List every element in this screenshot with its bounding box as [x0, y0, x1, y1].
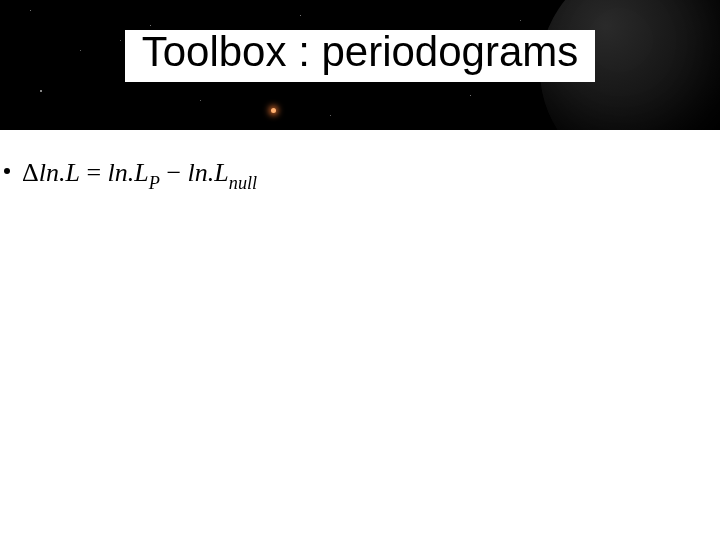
- minus-symbol: −: [160, 158, 188, 187]
- star-icon: [520, 20, 521, 21]
- ln-text: ln.: [188, 158, 215, 187]
- L-var: L: [134, 158, 148, 187]
- delta-symbol: Δ: [22, 158, 39, 187]
- star-icon: [200, 100, 201, 101]
- slide-title: Toolbox : periodograms: [0, 28, 720, 76]
- subscript-null: null: [229, 173, 257, 193]
- subscript-P: P: [149, 173, 160, 193]
- formula-text: Δln.L = ln.LP − ln.Lnull: [22, 158, 257, 192]
- star-icon: [40, 90, 42, 92]
- star-icon: [470, 95, 471, 96]
- star-glow-icon: [271, 108, 276, 113]
- bullet-icon: [4, 168, 10, 174]
- ln-text: ln.: [39, 158, 66, 187]
- star-icon: [150, 25, 151, 26]
- slide: Toolbox : periodograms Δln.L = ln.LP − l…: [0, 0, 720, 540]
- star-icon: [330, 115, 331, 116]
- star-icon: [30, 10, 31, 11]
- star-icon: [300, 15, 301, 16]
- equals-symbol: =: [80, 158, 108, 187]
- L-var: L: [214, 158, 228, 187]
- L-var: L: [65, 158, 79, 187]
- ln-text: ln.: [108, 158, 135, 187]
